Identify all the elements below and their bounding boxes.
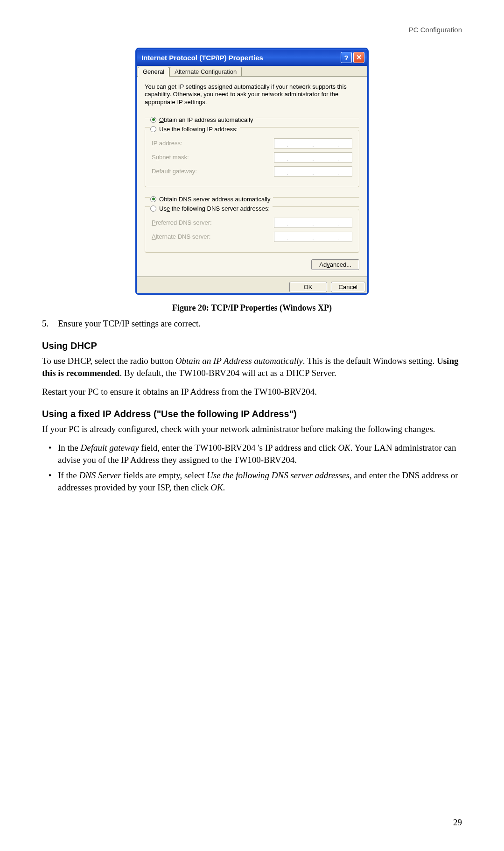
ok-button[interactable]: OK (289, 282, 327, 292)
radio-obtain-ip[interactable]: Obtain an IP address automatically (150, 116, 256, 123)
radio-use-ip[interactable]: Use the following IP address: (150, 126, 240, 133)
radio-use-dns[interactable]: Use the following DNS server addresses: (150, 205, 273, 212)
label-alt-dns: Alternate DNS server: (152, 233, 210, 240)
close-icon[interactable]: ✕ (353, 52, 364, 63)
input-preferred-dns[interactable]: ... (274, 218, 352, 228)
step-5: 5. Ensure your TCP/IP settings are corre… (42, 318, 462, 330)
xp-dialog: Internet Protocol (TCP/IP) Properties ? … (135, 48, 369, 295)
ip-fields-group: IP address: ... Subnet mask: ... Default… (145, 130, 359, 187)
page-number: 29 (453, 817, 462, 828)
input-alternate-dns[interactable]: ... (274, 232, 352, 242)
title-bar[interactable]: Internet Protocol (TCP/IP) Properties ? … (137, 49, 367, 66)
bullet-2: • If the DNS Server fields are empty, se… (42, 469, 462, 493)
heading-fixed-ip: Using a fixed IP Address ("Use the follo… (42, 409, 462, 419)
advanced-button[interactable]: Advanced... (311, 259, 359, 270)
page-header: PC Configuration (42, 26, 462, 34)
label-pref-dns: Preferred DNS server: (152, 219, 212, 226)
dialog-description: You can get IP settings assigned automat… (145, 83, 359, 106)
input-subnet-mask[interactable]: ... (274, 152, 352, 163)
radio-icon (150, 126, 156, 132)
tab-general[interactable]: General (138, 67, 169, 77)
input-default-gateway[interactable]: ... (274, 166, 352, 177)
input-ip-address[interactable]: ... (274, 138, 352, 149)
tab-panel: You can get IP settings assigned automat… (137, 76, 367, 277)
radio-obtain-dns[interactable]: Obtain DNS server address automatically (150, 196, 273, 203)
tab-alternate[interactable]: Alternate Configuration (169, 67, 242, 77)
paragraph-dhcp-1: To use DHCP, select the radio button Obt… (42, 355, 462, 379)
figure-caption: Figure 20: TCP/IP Properties (Windows XP… (42, 303, 462, 313)
help-icon[interactable]: ? (341, 52, 352, 63)
radio-icon (150, 117, 156, 123)
label-subnet: Subnet mask: (152, 154, 189, 161)
heading-dhcp: Using DHCP (42, 340, 462, 351)
bullet-1: • In the Default gateway field, enter th… (42, 442, 462, 466)
paragraph-dhcp-2: Restart your PC to ensure it obtains an … (42, 386, 462, 398)
label-ip-address: IP address: (152, 140, 182, 147)
paragraph-fixed-intro: If your PC is already configured, check … (42, 423, 462, 435)
radio-icon (150, 196, 156, 202)
radio-icon (150, 206, 156, 212)
label-gateway: Default gateway: (152, 168, 197, 175)
dns-fields-group: Preferred DNS server: ... Alternate DNS … (145, 209, 359, 253)
cancel-button[interactable]: Cancel (331, 282, 365, 292)
dialog-title: Internet Protocol (TCP/IP) Properties (141, 54, 263, 62)
